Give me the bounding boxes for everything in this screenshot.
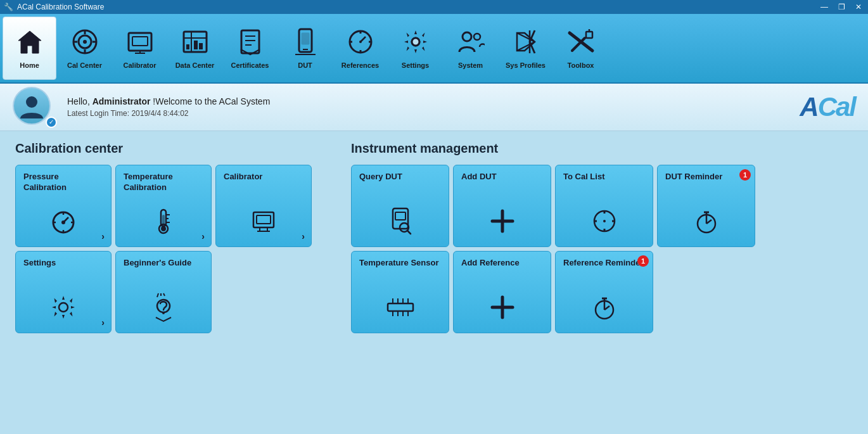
reference-reminder-icon bbox=[563, 292, 645, 326]
nav-calibrator[interactable]: Calibrator bbox=[113, 16, 167, 80]
data-center-icon bbox=[181, 28, 209, 59]
nav-system-label: System bbox=[458, 61, 483, 69]
tile-add-reference[interactable]: Add Reference bbox=[453, 251, 551, 333]
tile-calibrator[interactable]: Calibrator › bbox=[215, 165, 312, 247]
svg-point-46 bbox=[26, 96, 37, 108]
reference-reminder-badge: 1 bbox=[637, 255, 649, 267]
settings-tile-arrow: › bbox=[101, 317, 105, 328]
tile-beginners-guide[interactable]: Beginner's Guide bbox=[115, 251, 212, 333]
calibrator-tile-title: Calibrator bbox=[224, 172, 303, 182]
nav-certificates-label: Certificates bbox=[231, 61, 269, 69]
nav-toolbox[interactable]: Toolbox bbox=[554, 16, 608, 80]
calibration-center-grid: Pressure Calibration › Temperat bbox=[15, 165, 326, 333]
svg-line-28 bbox=[361, 37, 366, 42]
nav-sys-profiles[interactable]: Sys Profiles bbox=[499, 16, 552, 80]
svg-point-80 bbox=[603, 220, 606, 222]
add-reference-icon bbox=[461, 292, 543, 326]
nav-certificates[interactable]: Certificates bbox=[223, 16, 277, 80]
dut-icon bbox=[291, 28, 319, 59]
logo-cal: Cal bbox=[818, 92, 855, 122]
avatar bbox=[13, 87, 51, 125]
calibrator-tile-icon bbox=[224, 206, 303, 240]
svg-point-53 bbox=[61, 220, 65, 224]
tile-settings[interactable]: Settings › bbox=[15, 251, 112, 333]
add-dut-title: Add DUT bbox=[461, 172, 543, 182]
restore-button[interactable]: ❐ bbox=[836, 3, 848, 11]
tile-reference-reminder[interactable]: Reference Reminder 1 bbox=[555, 251, 653, 333]
svg-point-60 bbox=[161, 226, 166, 231]
nav-settings-label: Settings bbox=[402, 61, 429, 69]
svg-line-69 bbox=[157, 293, 158, 297]
logo-a: A bbox=[800, 92, 817, 122]
to-cal-list-title: To Cal List bbox=[563, 172, 645, 182]
temp-cal-title: Temperature Calibration bbox=[124, 172, 203, 193]
pressure-cal-icon bbox=[23, 206, 103, 240]
svg-point-2 bbox=[83, 40, 87, 44]
home-icon bbox=[16, 28, 44, 59]
beginners-guide-icon bbox=[124, 292, 203, 326]
calibrator-icon bbox=[126, 28, 154, 59]
tile-add-dut[interactable]: Add DUT bbox=[453, 165, 551, 247]
svg-rect-62 bbox=[257, 215, 271, 224]
titlebar: 🔧 ACal Calibration Software — ❐ ✕ bbox=[0, 0, 868, 14]
nav-calibrator-label: Calibrator bbox=[124, 61, 156, 69]
beginners-guide-title: Beginner's Guide bbox=[124, 258, 203, 269]
welcome-bar: ✓ Hello, Administrator !Welcome to the A… bbox=[0, 84, 868, 131]
tile-to-cal-list[interactable]: To Cal List bbox=[555, 165, 653, 247]
svg-rect-8 bbox=[132, 37, 148, 46]
minimize-button[interactable]: — bbox=[818, 3, 831, 11]
tile-query-dut[interactable]: Query DUT bbox=[351, 165, 449, 247]
nav-references-label: References bbox=[341, 61, 379, 69]
tile-temp-cal[interactable]: Temperature Calibration › bbox=[115, 165, 212, 247]
titlebar-left: 🔧 ACal Calibration Software bbox=[4, 3, 104, 11]
svg-rect-44 bbox=[586, 32, 592, 38]
certificates-icon bbox=[236, 28, 264, 59]
tile-pressure-cal[interactable]: Pressure Calibration › bbox=[15, 165, 112, 247]
to-cal-list-icon bbox=[563, 206, 645, 240]
tile-temp-sensor[interactable]: Temperature Sensor bbox=[351, 251, 449, 333]
nav-cal-center-label: Cal Center bbox=[67, 61, 102, 69]
nav-data-center[interactable]: Data Center bbox=[168, 16, 222, 80]
nav-system[interactable]: System bbox=[444, 16, 497, 80]
svg-rect-24 bbox=[302, 33, 309, 44]
instrument-management-grid: Query DUT Add DUT bbox=[351, 165, 853, 333]
instrument-management-title: Instrument management bbox=[351, 141, 853, 156]
svg-point-34 bbox=[412, 38, 419, 46]
svg-line-76 bbox=[407, 231, 411, 234]
pressure-cal-title: Pressure Calibration bbox=[23, 172, 103, 193]
app-icon: 🔧 bbox=[4, 3, 13, 11]
temp-sensor-icon bbox=[359, 292, 441, 326]
add-reference-title: Add Reference bbox=[461, 258, 543, 269]
cal-center-icon bbox=[71, 28, 99, 59]
svg-rect-59 bbox=[162, 215, 165, 226]
svg-point-68 bbox=[162, 312, 165, 314]
temp-cal-arrow: › bbox=[201, 231, 205, 241]
nav-data-center-label: Data Center bbox=[176, 61, 215, 69]
calibration-center-section: Calibration center Pressure Calibration bbox=[15, 141, 326, 333]
greeting-text: Hello, Administrator !Welcome to the ACa… bbox=[67, 96, 855, 106]
nav-references[interactable]: References bbox=[333, 16, 387, 80]
nav-home[interactable]: Home bbox=[3, 16, 56, 80]
close-button[interactable]: ✕ bbox=[853, 3, 864, 11]
tile-dut-reminder[interactable]: DUT Reminder 1 bbox=[657, 165, 755, 247]
temp-cal-icon bbox=[124, 206, 203, 240]
toolbox-icon bbox=[567, 28, 595, 59]
nav-home-label: Home bbox=[20, 61, 39, 69]
settings-tile-icon bbox=[23, 292, 103, 326]
settings-icon bbox=[402, 28, 430, 59]
reference-reminder-title: Reference Reminder bbox=[563, 258, 645, 269]
calibration-center-title: Calibration center bbox=[15, 141, 326, 156]
svg-rect-18 bbox=[241, 30, 259, 53]
nav-settings[interactable]: Settings bbox=[388, 16, 442, 80]
titlebar-controls: — ❐ ✕ bbox=[818, 3, 864, 11]
nav-dut-label: DUT bbox=[298, 61, 312, 69]
acal-logo: ACal bbox=[800, 92, 855, 122]
dut-reminder-badge: 1 bbox=[739, 169, 751, 181]
calibrator-tile-arrow: › bbox=[302, 231, 305, 241]
nav-cal-center[interactable]: Cal Center bbox=[58, 16, 112, 80]
svg-rect-15 bbox=[194, 41, 198, 49]
settings-tile-title: Settings bbox=[23, 258, 103, 269]
dut-reminder-icon bbox=[665, 206, 747, 240]
system-icon bbox=[457, 28, 485, 59]
nav-dut[interactable]: DUT bbox=[278, 16, 332, 80]
